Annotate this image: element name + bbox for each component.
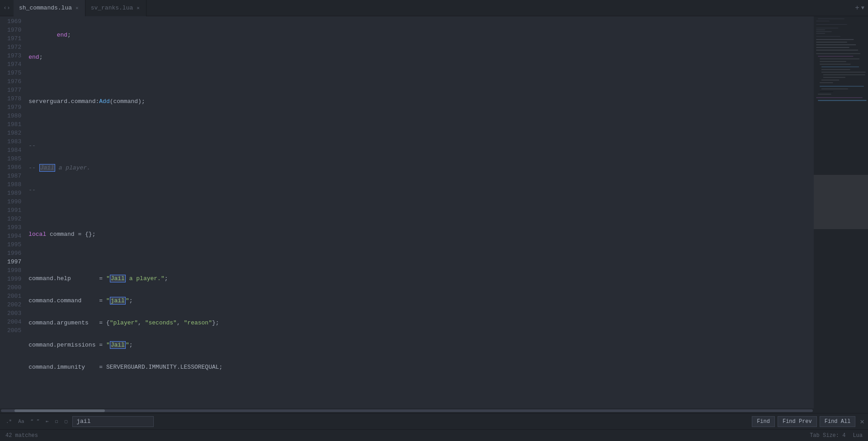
svg-rect-25 bbox=[820, 86, 864, 86]
find-bar: .* Aa “ ” ⇤ ◻ ▢ Find Find Prev Find All … bbox=[0, 413, 868, 429]
arrow-right-icon: › bbox=[7, 5, 10, 11]
svg-rect-16 bbox=[820, 61, 846, 62]
svg-rect-26 bbox=[821, 89, 848, 89]
whole-word-toggle[interactable]: “ ” bbox=[28, 418, 42, 425]
svg-rect-6 bbox=[816, 33, 825, 33]
find-input[interactable] bbox=[72, 416, 154, 427]
code-line-1979 bbox=[28, 252, 814, 261]
svg-rect-12 bbox=[816, 50, 858, 50]
svg-rect-20 bbox=[821, 72, 866, 72]
svg-rect-2 bbox=[816, 24, 847, 25]
regex-toggle[interactable]: .* bbox=[4, 418, 14, 425]
language-label: Lua bbox=[853, 432, 863, 439]
svg-rect-5 bbox=[816, 31, 831, 32]
scrollbar-thumb-h bbox=[14, 409, 105, 412]
tab-size-label: Tab Size: 4 bbox=[810, 432, 845, 439]
tab-sh-commands[interactable]: sh_commands.lua ✕ bbox=[14, 0, 85, 16]
tab-sv-ranks[interactable]: sv_ranks.lua ✕ bbox=[85, 0, 146, 16]
find-button[interactable]: Find bbox=[752, 416, 775, 427]
svg-rect-13 bbox=[816, 53, 860, 54]
svg-rect-8 bbox=[816, 39, 854, 40]
code-editor: 1969 1970 1971 1972 1973 1974 1975 1976 … bbox=[0, 16, 814, 413]
code-line-1982: command.arguments = {"player", "seconds"… bbox=[28, 319, 814, 327]
code-line-1975: -- Jail a player. bbox=[28, 164, 814, 172]
find-close-button[interactable]: ✕ bbox=[860, 417, 864, 426]
code-line-1980: command.help = "Jail a player."; bbox=[28, 274, 814, 283]
svg-rect-30 bbox=[818, 100, 866, 101]
tab-close-sv-ranks[interactable]: ✕ bbox=[136, 4, 141, 12]
status-bar: 42 matches Tab Size: 4 Lua bbox=[0, 429, 868, 441]
svg-rect-4 bbox=[816, 29, 825, 30]
status-bar-right: Tab Size: 4 Lua bbox=[810, 432, 863, 439]
svg-rect-1 bbox=[816, 21, 829, 21]
code-line-1983: command.permissions = "Jail"; bbox=[28, 341, 814, 349]
line-numbers: 1969 1970 1971 1972 1973 1974 1975 1976 … bbox=[0, 16, 27, 408]
svg-rect-3 bbox=[816, 28, 838, 28]
main-area: 1969 1970 1971 1972 1973 1974 1975 1976 … bbox=[0, 16, 868, 413]
code-line-1973 bbox=[28, 119, 814, 128]
arrow-left-icon: ‹ bbox=[3, 5, 7, 11]
svg-rect-0 bbox=[818, 19, 844, 19]
svg-rect-28 bbox=[818, 94, 831, 94]
svg-rect-11 bbox=[816, 47, 849, 47]
svg-rect-24 bbox=[820, 82, 833, 83]
add-tab-icon[interactable]: + bbox=[855, 4, 859, 12]
code-content[interactable]: end; end; serverguard.command:Add(comman… bbox=[27, 16, 814, 408]
code-line-1970: end; bbox=[28, 53, 814, 61]
code-line-1971 bbox=[28, 75, 814, 84]
dropdown-icon[interactable]: ▼ bbox=[861, 5, 864, 11]
svg-rect-19 bbox=[821, 69, 850, 70]
find-all-button[interactable]: Find All bbox=[820, 416, 856, 427]
code-container[interactable]: 1969 1970 1971 1972 1973 1974 1975 1976 … bbox=[0, 16, 814, 408]
case-sensitive-toggle[interactable]: Aa bbox=[16, 418, 26, 425]
find-prev-button[interactable]: Find Prev bbox=[778, 416, 817, 427]
code-line-1978: local command = {}; bbox=[28, 230, 814, 239]
tab-bar: ‹ › sh_commands.lua ✕ sv_ranks.lua ✕ + ▼ bbox=[0, 0, 868, 16]
code-line-1974: -- bbox=[28, 141, 814, 150]
find-options: .* Aa “ ” ⇤ ◻ ▢ bbox=[4, 418, 70, 425]
tab-label-sv-ranks: sv_ranks.lua bbox=[91, 5, 133, 11]
svg-rect-17 bbox=[820, 64, 850, 64]
minimap-viewport-slider[interactable] bbox=[814, 175, 868, 229]
select-toggle[interactable]: ◻ bbox=[53, 418, 61, 425]
code-line-1984: command.immunity = SERVERGUARD.IMMUNITY.… bbox=[28, 363, 814, 371]
code-line-1976: -- bbox=[28, 186, 814, 194]
indent-toggle[interactable]: ⇤ bbox=[43, 418, 51, 425]
svg-rect-10 bbox=[816, 44, 856, 45]
svg-rect-23 bbox=[821, 80, 839, 80]
tab-bar-right-controls: + ▼ bbox=[855, 4, 868, 12]
code-line-1981: command.command = "jail"; bbox=[28, 296, 814, 305]
svg-rect-21 bbox=[823, 75, 865, 75]
svg-rect-22 bbox=[823, 77, 845, 78]
svg-rect-9 bbox=[816, 42, 847, 42]
match-count: 42 matches bbox=[5, 432, 38, 439]
tab-label-sh-commands: sh_commands.lua bbox=[19, 5, 72, 11]
tab-close-sh-commands[interactable]: ✕ bbox=[75, 4, 80, 12]
svg-rect-27 bbox=[820, 91, 833, 92]
multiline-toggle[interactable]: ▢ bbox=[62, 418, 70, 425]
code-line-1977 bbox=[28, 208, 814, 216]
code-line-1972: serverguard.command:Add(command); bbox=[28, 97, 814, 106]
horizontal-scrollbar[interactable] bbox=[0, 408, 814, 413]
svg-rect-18 bbox=[821, 66, 859, 67]
code-line-1985 bbox=[28, 385, 814, 394]
svg-rect-15 bbox=[820, 59, 859, 59]
svg-rect-7 bbox=[816, 36, 840, 37]
code-line-1969: end; bbox=[28, 31, 814, 39]
svg-rect-14 bbox=[818, 56, 853, 56]
svg-rect-29 bbox=[816, 98, 862, 98]
minimap[interactable] bbox=[814, 16, 868, 413]
scrollbar-track-h bbox=[1, 409, 813, 412]
tab-bar-left-controls[interactable]: ‹ › bbox=[0, 5, 14, 11]
